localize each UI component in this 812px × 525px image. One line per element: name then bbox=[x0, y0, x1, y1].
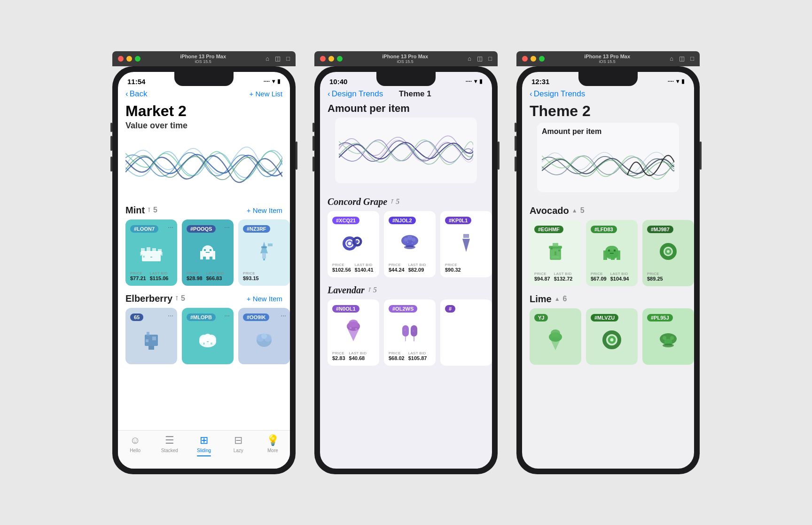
sim-titlebar-3: iPhone 13 Pro Max iOS 15.5 ⌂ ◫ □ bbox=[516, 51, 700, 66]
item-card-lfd83[interactable]: #LFD83 bbox=[586, 220, 638, 286]
price-label-n0ol1: PRICE bbox=[332, 351, 345, 355]
new-item-elberberry[interactable]: + New Item bbox=[247, 295, 282, 303]
item-card-nz3rf[interactable]: #NZ3RF bbox=[238, 219, 290, 286]
close-button[interactable] bbox=[118, 56, 124, 62]
chevron-left-icon-2: ‹ bbox=[328, 89, 330, 99]
item-card-mlvzu[interactable]: #MLVZU bbox=[586, 308, 638, 365]
more-icon-65[interactable]: ··· bbox=[168, 312, 173, 319]
maximize-button-2[interactable] bbox=[337, 56, 343, 62]
tab-more[interactable]: 💡 More bbox=[256, 434, 290, 453]
tab-hello[interactable]: ☺ Hello bbox=[118, 434, 152, 453]
item-tag-loon7: #LOON7 bbox=[130, 225, 158, 233]
avocado-items-grid: #EGHMF bbox=[522, 220, 694, 286]
more-icon-pooqs[interactable]: ··· bbox=[224, 223, 230, 231]
tab-stacked[interactable]: ☰ Stacked bbox=[152, 434, 187, 453]
minimize-button-3[interactable] bbox=[531, 56, 536, 62]
item-card-yj[interactable]: YJ bbox=[530, 308, 581, 365]
item-tag-ol2ws: #OL2WS bbox=[389, 305, 417, 313]
window-controls-3[interactable] bbox=[522, 56, 545, 62]
section-header-lavendar: Lavendar ⊺ 5 bbox=[320, 281, 492, 299]
section-mint: Mint ⊺ 5 + New Item #LOON7 ··· bbox=[118, 201, 290, 290]
new-item-mint[interactable]: + New Item bbox=[247, 206, 282, 214]
status-right-1: ···· ▾ ▮ bbox=[264, 78, 281, 85]
tab-lazy[interactable]: ⊟ Lazy bbox=[221, 434, 256, 453]
pg-n0ol1-price: PRICE $2.83 bbox=[332, 351, 345, 361]
minimize-button[interactable] bbox=[126, 56, 132, 62]
item-tag-njol2: #NJOL2 bbox=[389, 217, 416, 224]
record-icon-2[interactable]: □ bbox=[488, 55, 492, 62]
item-icon-oo9ik bbox=[248, 323, 281, 356]
phone-screen-3: 12:31 ···· ▾ ▮ ‹ Design Trends Theme 2 bbox=[522, 72, 694, 469]
item-card-pooqs[interactable]: #POOQS ··· bbox=[182, 219, 234, 286]
item-tag-mlopb: #MLOPB bbox=[187, 313, 216, 321]
window-controls-1[interactable] bbox=[118, 56, 141, 62]
item-card-mlopb[interactable]: #MLOPB ··· bbox=[182, 308, 234, 364]
person-icon-lime: ▲ bbox=[554, 296, 560, 302]
item-tag-65: 65 bbox=[130, 313, 143, 321]
item-card-loon7[interactable]: #LOON7 ··· bbox=[125, 219, 177, 286]
item-card-lavendar-3[interactable]: # bbox=[440, 299, 492, 366]
price-val-nz3rf: $93.15 bbox=[243, 275, 259, 281]
window-controls-2[interactable] bbox=[320, 56, 343, 62]
back-button-1[interactable]: ‹ Back bbox=[125, 89, 147, 99]
item-card-eghmf[interactable]: #EGHMF bbox=[530, 220, 581, 286]
minimize-button-2[interactable] bbox=[328, 56, 334, 62]
item-prices-lfd83: PRICE $67.09 LAST BID $104.94 bbox=[591, 272, 633, 282]
maximize-button[interactable] bbox=[135, 56, 141, 62]
home-icon-3[interactable]: ⌂ bbox=[670, 55, 673, 62]
svg-rect-62 bbox=[414, 337, 414, 341]
item-prices-eghmf: PRICE $94.87 LAST BID $132.72 bbox=[534, 272, 577, 282]
back-label-3: Design Trends bbox=[534, 89, 586, 99]
item-card-65[interactable]: 65 ··· bbox=[125, 308, 177, 364]
svg-rect-70 bbox=[554, 251, 556, 255]
close-button-2[interactable] bbox=[320, 56, 326, 62]
home-icon-2[interactable]: ⌂ bbox=[468, 55, 471, 62]
item-card-pl95j[interactable]: #PL95J bbox=[642, 308, 694, 365]
item-icon-pl95j bbox=[652, 323, 685, 356]
back-button-2[interactable]: ‹ Design Trends bbox=[328, 89, 383, 99]
close-button-3[interactable] bbox=[522, 56, 528, 62]
lastbid-label-njol2: LAST BID bbox=[408, 263, 426, 267]
svg-rect-79 bbox=[610, 253, 614, 254]
item-card-oo9ik[interactable]: #OO9IK ··· bbox=[238, 308, 290, 364]
item-card-ol2ws[interactable]: #OL2WS bbox=[384, 299, 436, 366]
back-button-3[interactable]: ‹ Design Trends bbox=[530, 89, 585, 99]
more-icon-mlopb[interactable]: ··· bbox=[224, 312, 230, 319]
more-icon-loon7[interactable]: ··· bbox=[168, 223, 173, 231]
lastbid-val-n0ol1: $40.68 bbox=[349, 355, 367, 361]
filter-icon-elberberry: ⊺ bbox=[175, 295, 178, 302]
screenshot-icon[interactable]: ◫ bbox=[275, 55, 281, 62]
svg-point-85 bbox=[604, 332, 619, 347]
new-list-button-1[interactable]: + New List bbox=[250, 90, 282, 98]
svg-point-84 bbox=[551, 329, 560, 337]
svg-point-46 bbox=[404, 238, 408, 242]
section-header-concord: Concord Grape ⊺ 5 bbox=[320, 193, 492, 211]
filter-icon-concord: ⊺ bbox=[390, 198, 393, 205]
maximize-button-3[interactable] bbox=[539, 56, 545, 62]
chart-title-2: Amount per item bbox=[328, 102, 484, 115]
item-card-njol2[interactable]: #NJOL2 bbox=[384, 211, 436, 277]
svg-rect-9 bbox=[150, 257, 152, 258]
signal-icon: ···· bbox=[264, 78, 270, 85]
screenshot-icon-2[interactable]: ◫ bbox=[477, 55, 483, 62]
item-card-n0ol1[interactable]: #N0OL1 bbox=[328, 299, 379, 366]
more-icon-oo9ik[interactable]: ··· bbox=[281, 312, 286, 319]
item-card-xcq21[interactable]: #XCQ21 bbox=[328, 211, 379, 277]
item-card-mj987[interactable]: #MJ987 PRICE $89.25 bbox=[642, 220, 694, 286]
nav-bar-3: ‹ Design Trends bbox=[522, 87, 694, 102]
price-val-xcq21: $102.56 bbox=[332, 267, 351, 273]
screenshot-icon-3[interactable]: ◫ bbox=[679, 55, 685, 62]
svg-rect-33 bbox=[211, 343, 212, 345]
pg-kp0l1-price: PRICE $90.32 bbox=[445, 263, 461, 273]
tab-lazy-icon: ⊟ bbox=[234, 434, 242, 447]
pg-mj987-price: PRICE $89.25 bbox=[647, 272, 663, 282]
home-icon[interactable]: ⌂ bbox=[265, 55, 269, 62]
volume-buttons-3 bbox=[515, 123, 516, 177]
svg-rect-68 bbox=[551, 248, 553, 250]
section-title-concord: Concord Grape ⊺ 5 bbox=[328, 196, 399, 207]
tab-sliding[interactable]: ⊞ Sliding bbox=[187, 434, 221, 456]
item-icon-ol2ws bbox=[393, 314, 426, 347]
record-icon[interactable]: □ bbox=[286, 55, 290, 62]
item-card-kp0l1[interactable]: #KP0L1 PRI bbox=[440, 211, 492, 277]
record-icon-3[interactable]: □ bbox=[690, 55, 694, 62]
